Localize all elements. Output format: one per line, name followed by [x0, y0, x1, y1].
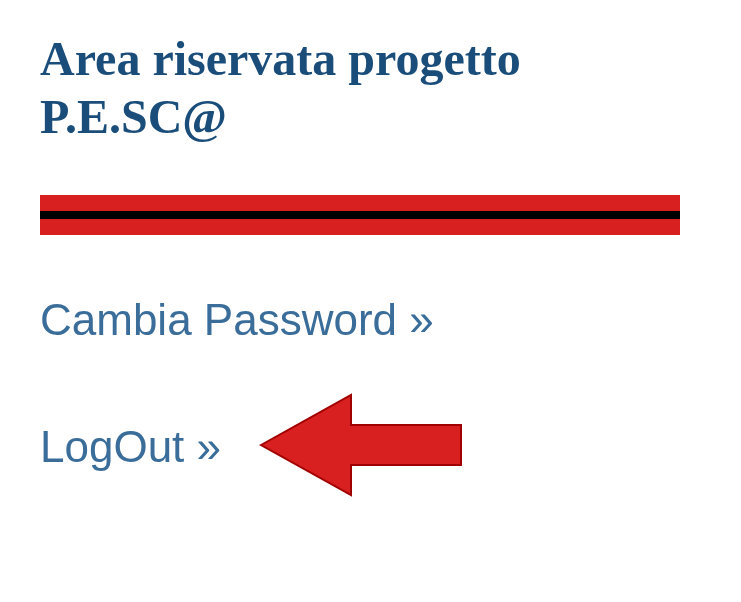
arrow-left-icon: [251, 385, 471, 509]
page-title: Area riservata progetto P.E.SC@: [40, 30, 701, 145]
logout-link[interactable]: LogOut »: [40, 422, 221, 472]
svg-marker-0: [261, 395, 461, 495]
username-redacted: [40, 195, 680, 235]
logout-row: LogOut »: [40, 385, 701, 509]
change-password-link[interactable]: Cambia Password »: [40, 295, 701, 345]
